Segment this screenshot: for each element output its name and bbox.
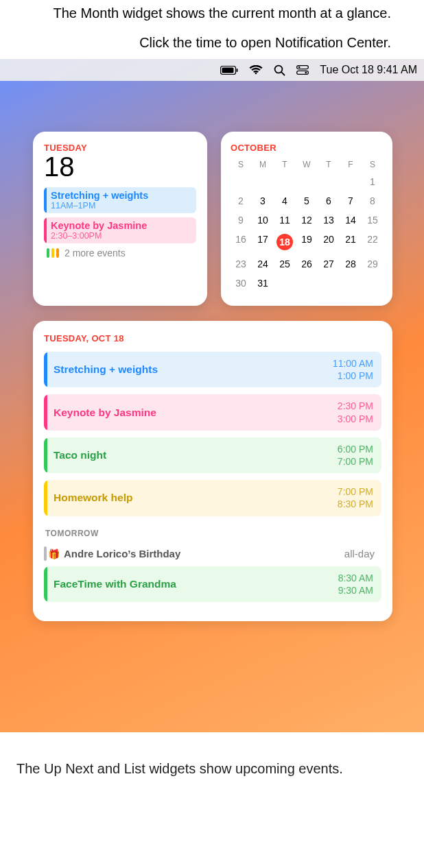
calendar-day[interactable]: 11: [274, 213, 295, 227]
calendar-day[interactable]: 31: [252, 276, 273, 290]
calendar-day: [296, 276, 317, 290]
event-allday-label: all-day: [344, 548, 375, 559]
event-title: Homework help: [54, 492, 132, 504]
calendar-day[interactable]: 1: [362, 175, 383, 189]
list-event[interactable]: FaceTime with Grandma8:30 AM9:30 AM: [44, 566, 381, 602]
event-color-bar: [44, 437, 47, 473]
list-widget[interactable]: TUESDAY, OCT 18 Stretching + weights11:0…: [33, 321, 392, 621]
calendar-day[interactable]: 23: [231, 257, 251, 271]
calendar-day[interactable]: 17: [252, 232, 273, 252]
calendar-day[interactable]: 14: [340, 213, 361, 227]
event-color-bar: [44, 546, 47, 561]
up-next-widget[interactable]: TUESDAY 18 Stretching + weights 11AM–1PM…: [33, 132, 207, 306]
svg-point-8: [305, 72, 307, 74]
calendar-day: [231, 175, 251, 189]
annotation-clock: Click the time to open Notification Cent…: [0, 34, 424, 52]
event-time: 2:30–3:00PM: [51, 231, 191, 241]
month-widget[interactable]: OCTOBER SMTWTFS1234567891011121314151617…: [221, 132, 392, 306]
calendar-day[interactable]: 15: [362, 213, 383, 227]
calendar-day[interactable]: 3: [252, 194, 273, 208]
battery-icon[interactable]: [220, 66, 238, 75]
control-center-icon[interactable]: [296, 65, 309, 75]
event-time: 6:00 PM7:00 PM: [338, 443, 373, 468]
upnext-event[interactable]: Keynote by Jasmine 2:30–3:00PM: [44, 217, 196, 243]
calendar-day[interactable]: 27: [318, 257, 339, 271]
tomorrow-label: TOMORROW: [45, 529, 381, 538]
event-time: 7:00 PM8:30 PM: [338, 485, 373, 510]
calendar-day[interactable]: 16: [231, 232, 251, 252]
calendar-weekday-header: T: [274, 160, 295, 169]
svg-rect-2: [237, 69, 238, 72]
upnext-day-number: 18: [44, 153, 196, 180]
calendar-day[interactable]: 2: [231, 194, 251, 208]
calendar-day[interactable]: 6: [318, 194, 339, 208]
calendar-day[interactable]: 26: [296, 257, 317, 271]
event-color-bar: [44, 394, 47, 430]
event-title: Keynote by Jasmine: [51, 220, 191, 231]
spotlight-icon[interactable]: [274, 64, 285, 76]
more-events-label: 2 more events: [64, 248, 126, 258]
calendar-day: [274, 175, 295, 189]
list-event[interactable]: Keynote by Jasmine2:30 PM3:00 PM: [44, 394, 381, 430]
calendar-day[interactable]: 21: [340, 232, 361, 252]
calendar-day[interactable]: 9: [231, 213, 251, 227]
event-time: 8:30 AM9:30 AM: [338, 572, 373, 596]
menu-bar-clock[interactable]: Tue Oct 18 9:41 AM: [320, 64, 417, 76]
svg-rect-1: [222, 67, 234, 73]
event-color-bar: [44, 566, 47, 602]
calendar-day[interactable]: 29: [362, 257, 383, 271]
event-time: 11AM–1PM: [51, 201, 191, 210]
calendar-day[interactable]: 8: [362, 194, 383, 208]
annotation-upnext-list: The Up Next and List widgets show upcomi…: [0, 760, 424, 778]
event-time: 11:00 AM1:00 PM: [333, 357, 373, 382]
event-color-bar: [44, 352, 47, 387]
calendar-day[interactable]: 13: [318, 213, 339, 227]
calendar-day[interactable]: 25: [274, 257, 295, 271]
calendar-weekday-header: M: [252, 160, 273, 169]
calendar-day: [362, 276, 383, 290]
event-title: Stretching + weights: [54, 363, 158, 376]
calendar-day[interactable]: 7: [340, 194, 361, 208]
calendar-day[interactable]: 19: [296, 232, 317, 252]
calendar-day: [340, 175, 361, 189]
more-events-dots: [47, 248, 59, 258]
event-time: 2:30 PM3:00 PM: [338, 400, 373, 424]
calendar-day[interactable]: 12: [296, 213, 317, 227]
event-color-bar: [44, 217, 47, 243]
upnext-event[interactable]: Stretching + weights 11AM–1PM: [44, 187, 196, 213]
list-event[interactable]: Stretching + weights11:00 AM1:00 PM: [44, 352, 381, 387]
list-event[interactable]: Homework help7:00 PM8:30 PM: [44, 480, 381, 516]
calendar-weekday-header: W: [296, 160, 317, 169]
svg-point-6: [298, 67, 301, 69]
list-birthday-event[interactable]: 🎁Andre Lorico’s Birthdayall-day: [44, 544, 381, 564]
calendar-today-marker[interactable]: 18: [276, 234, 293, 250]
svg-line-4: [281, 72, 284, 75]
calendar-weekday-header: S: [362, 160, 383, 169]
calendar-day: [318, 175, 339, 189]
calendar-day[interactable]: 10: [252, 213, 273, 227]
event-color-bar: [44, 187, 47, 213]
calendar-grid: SMTWTFS123456789101112131415161718192021…: [231, 160, 383, 290]
event-title: FaceTime with Grandma: [54, 578, 176, 590]
annotation-month-widget: The Month widget shows the current month…: [0, 4, 424, 23]
calendar-day[interactable]: 22: [362, 232, 383, 252]
calendar-day[interactable]: 5: [296, 194, 317, 208]
calendar-weekday-header: T: [318, 160, 339, 169]
calendar-day[interactable]: 4: [274, 194, 295, 208]
desktop-background: Tue Oct 18 9:41 AM TUESDAY 18 Stretching…: [0, 59, 424, 732]
event-title: Keynote by Jasmine: [54, 407, 156, 419]
event-title: Andre Lorico’s Birthday: [64, 548, 180, 559]
calendar-day[interactable]: 28: [340, 257, 361, 271]
calendar-day: [252, 175, 273, 189]
list-event[interactable]: Taco night6:00 PM7:00 PM: [44, 437, 381, 473]
calendar-day[interactable]: 30: [231, 276, 251, 290]
list-date-header: TUESDAY, OCT 18: [44, 333, 381, 343]
month-label: OCTOBER: [231, 143, 383, 153]
wifi-icon[interactable]: [249, 65, 263, 75]
calendar-day[interactable]: 18: [274, 232, 295, 252]
calendar-day[interactable]: 24: [252, 257, 273, 271]
calendar-weekday-header: F: [340, 160, 361, 169]
more-events-row[interactable]: 2 more events: [44, 248, 196, 258]
calendar-day[interactable]: 20: [318, 232, 339, 252]
event-color-bar: [44, 480, 47, 516]
